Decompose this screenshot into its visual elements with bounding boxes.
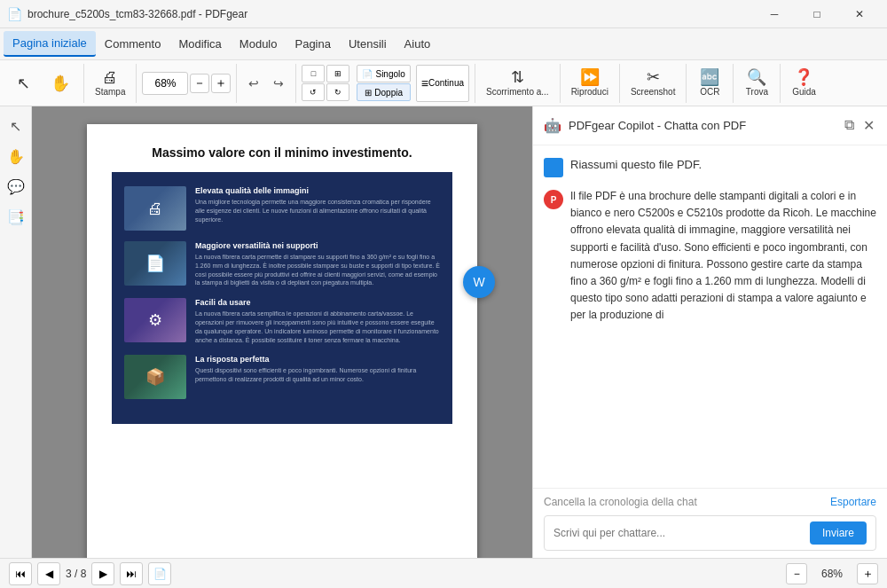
status-zoom-out-button[interactable]: －: [786, 563, 807, 584]
menu-item-edit[interactable]: Modifica: [169, 32, 230, 56]
sidebar-pages-icon[interactable]: 📑: [4, 204, 28, 229]
pdf-feature-title-1: Elevata qualità delle immagini: [195, 186, 440, 195]
tool-group-scroll: ⇅ Scorrimento a...: [481, 64, 561, 103]
chat-footer-actions: Cancella la cronologia della chat Esport…: [544, 496, 876, 508]
title-bar-title: brochure_c5200s_tcm83-32668.pdf - PDFgea…: [27, 8, 247, 20]
pdf-feature-body-4: Questi dispositivi sono efficienti e poc…: [195, 366, 440, 384]
continua-button[interactable]: ≡ Continua: [416, 65, 469, 102]
view-mode-2[interactable]: ⊞: [326, 65, 349, 82]
scroll-icon: ⇅: [511, 69, 524, 85]
menu-item-home[interactable]: Pagina iniziale: [4, 31, 96, 57]
export-link[interactable]: Esportare: [830, 496, 876, 508]
chat-header: 🤖 PDFgear Copilot - Chatta con PDF ⧉ ✕: [533, 106, 887, 145]
ai-message: P Il file PDF è una brochure delle stamp…: [544, 188, 876, 325]
hand-tool-button[interactable]: ✋: [43, 72, 78, 95]
pdf-feature-title-3: Facili da usare: [195, 298, 440, 307]
tool-group-viewmode: □ ⊞ ↺ ↻ 📄 Singolo ⊞ Doppia ≡ Continua: [302, 64, 475, 103]
menu-item-comment[interactable]: Commento: [96, 32, 170, 56]
page-icon-button[interactable]: 📄: [148, 562, 171, 585]
close-button[interactable]: ✕: [839, 0, 880, 28]
nav-next-button[interactable]: ▶: [91, 562, 114, 585]
pdf-heading: Massimo valore con il minimo investiment…: [112, 145, 452, 160]
minimize-button[interactable]: ─: [754, 0, 795, 28]
status-nav: ⏮ ◀ 3 / 8 ▶ ⏭ 📄: [9, 562, 171, 585]
nav-last-button[interactable]: ⏭: [120, 562, 143, 585]
screenshot-label: Screenshot: [631, 87, 676, 97]
print-label: Stampa: [95, 87, 125, 97]
status-zoom-in-button[interactable]: ＋: [857, 563, 878, 584]
hand-icon: ✋: [51, 75, 70, 91]
redo-button[interactable]: ↪: [267, 72, 290, 95]
pdf-feature-2: 📄 Maggiore versatilità nei supporti La n…: [124, 241, 440, 287]
zoom-in-button[interactable]: ＋: [211, 74, 231, 93]
clear-history-link[interactable]: Cancella la cronologia della chat: [544, 496, 697, 508]
singolo-label: Singolo: [375, 69, 404, 79]
pdf-feature-text-3: Facili da usare La nuova fibrera carta s…: [195, 298, 440, 344]
tool-group-trova: 🔍 Trova: [739, 64, 781, 103]
user-avatar: [544, 158, 563, 177]
trova-button[interactable]: 🔍 Trova: [739, 66, 774, 100]
pdf-viewer[interactable]: Massimo valore con il minimo investiment…: [32, 106, 532, 558]
continua-icon: ≡: [421, 76, 428, 90]
chat-header-left: 🤖 PDFgear Copilot - Chatta con PDF: [544, 117, 746, 134]
word-export-button[interactable]: W: [463, 266, 495, 298]
chat-header-controls: ⧉ ✕: [843, 115, 876, 136]
cursor-icon: ↖: [17, 75, 30, 91]
chat-popout-button[interactable]: ⧉: [843, 115, 856, 136]
tool-group-undo: ↩ ↪: [242, 64, 296, 103]
zoom-input[interactable]: [142, 72, 188, 95]
left-sidebar: ↖ ✋ 💬 📑: [0, 106, 32, 558]
pdf-page: Massimo valore con il minimo investiment…: [87, 124, 477, 558]
chat-panel: 🤖 PDFgear Copilot - Chatta con PDF ⧉ ✕ R…: [532, 106, 887, 558]
view-mode-4[interactable]: ↻: [326, 83, 349, 101]
maximize-button[interactable]: □: [797, 0, 837, 28]
view-mode-3[interactable]: ↺: [302, 83, 325, 101]
help-icon: ❓: [794, 69, 813, 85]
undo-button[interactable]: ↩: [242, 72, 265, 95]
doppia-label: Doppia: [374, 88, 403, 98]
menu-item-tools[interactable]: Utensili: [340, 32, 396, 56]
title-bar-left: 📄 brochure_c5200s_tcm83-32668.pdf - PDFg…: [7, 7, 247, 21]
riproduci-button[interactable]: ⏩ Riproduci: [566, 66, 614, 100]
ocr-label: OCR: [700, 87, 719, 97]
riproduci-icon: ⏩: [580, 69, 600, 85]
user-message: Riassumi questo file PDF.: [544, 156, 876, 177]
menu-item-help[interactable]: Aiuto: [396, 32, 440, 56]
singolo-icon: 📄: [362, 69, 373, 79]
search-icon: 🔍: [747, 69, 766, 85]
menu-item-module[interactable]: Modulo: [231, 32, 287, 56]
zoom-box: － ＋: [142, 72, 231, 95]
pdf-feature-body-1: Una migliore tecnologia permette una mag…: [195, 198, 440, 223]
tool-group-cursor: ↖ ✋: [5, 64, 84, 103]
screenshot-button[interactable]: ✂ Screenshot: [625, 66, 681, 100]
title-bar: 📄 brochure_c5200s_tcm83-32668.pdf - PDFg…: [0, 0, 887, 28]
doppia-icon: ⊞: [365, 88, 372, 98]
print-button[interactable]: 🖨 Stampa: [90, 66, 130, 100]
scroll-button[interactable]: ⇅ Scorrimento a...: [481, 66, 554, 100]
cursor-tool-button[interactable]: ↖: [5, 72, 41, 95]
send-button[interactable]: Inviare: [810, 521, 867, 545]
zoom-out-button[interactable]: －: [190, 74, 209, 93]
nav-prev-button[interactable]: ◀: [37, 562, 60, 585]
doppia-button[interactable]: ⊞ Doppia: [357, 83, 410, 101]
menu-item-page[interactable]: Pagina: [286, 32, 339, 56]
singolo-button[interactable]: 📄 Singolo: [357, 65, 410, 82]
ocr-button[interactable]: 🔤 OCR: [692, 66, 727, 100]
chat-close-button[interactable]: ✕: [861, 115, 876, 136]
sidebar-cursor-icon[interactable]: ↖: [4, 114, 28, 138]
pdf-feature-text-2: Maggiore versatilità nei supporti La nuo…: [195, 241, 440, 287]
sidebar-comment-icon[interactable]: 💬: [4, 174, 28, 199]
nav-first-button[interactable]: ⏮: [9, 562, 32, 585]
view-mode-1[interactable]: □: [302, 65, 325, 82]
chat-title: PDFgear Copilot - Chatta con PDF: [569, 119, 746, 132]
ai-avatar: P: [544, 190, 563, 209]
guida-button[interactable]: ❓ Guida: [786, 66, 821, 100]
chat-footer: Cancella la cronologia della chat Esport…: [533, 488, 887, 558]
continua-label: Continua: [428, 78, 464, 88]
trova-label: Trova: [746, 87, 768, 97]
ai-message-text: Il file PDF è una brochure delle stampan…: [570, 188, 876, 325]
main-area: ↖ ✋ 💬 📑 Massimo valore con il minimo inv…: [0, 106, 887, 558]
sidebar-hand-icon[interactable]: ✋: [4, 144, 28, 169]
chat-input[interactable]: [553, 527, 803, 539]
pdf-dark-section: 🖨 Elevata qualità delle immagini Una mig…: [112, 172, 452, 424]
